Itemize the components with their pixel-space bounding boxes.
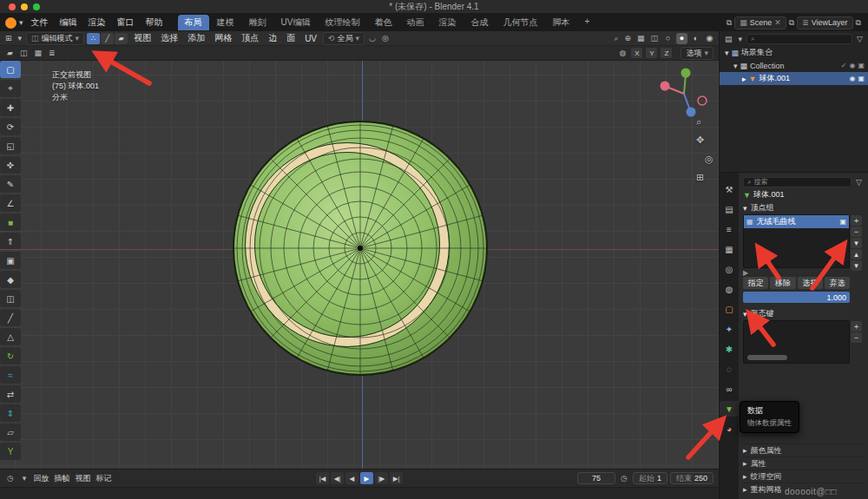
menu-view[interactable]: 视图 [130,32,155,44]
show-gizmo-icon[interactable]: ⊕ [622,34,633,43]
timeline-editor-icon[interactable]: ◷ [5,474,16,483]
editor-type-caret-icon[interactable]: ▾ [16,34,24,43]
outliner-filter-icon[interactable]: ▽ [855,35,865,43]
menu-help[interactable]: 帮助 [141,16,168,30]
select-button[interactable]: 选择 [798,277,823,289]
disable-render-icon[interactable]: ▣ [858,75,865,82]
list-expand-icon[interactable]: ▶ [743,269,748,277]
tab-compositing[interactable]: 合成 [464,15,495,30]
remove-vertex-group-button[interactable]: − [851,227,862,237]
menu-uv[interactable]: UV [301,34,320,43]
tab-material[interactable]: ◕ [720,421,738,437]
new-view-layer-icon[interactable]: ⧉ [854,18,863,28]
mirror-icon[interactable]: ▦ [32,49,43,57]
options-dropdown[interactable]: 选项 ▾ [681,47,713,60]
viewport-search-icon[interactable]: ⌕ [612,34,620,43]
proportional-edit-icon[interactable]: ◎ [380,34,391,43]
move-group-down-button[interactable]: ▾ [851,260,862,271]
tab-geometry-nodes[interactable]: 几何节点 [496,15,544,30]
tab-uv-editing[interactable]: UV编辑 [274,15,318,30]
show-overlays-icon[interactable]: ▦ [635,34,647,43]
outliner-row-collection[interactable]: ▾ ▦ Collection ✓ ◉ ▣ [720,59,868,72]
remove-button[interactable]: 移除 [770,277,795,289]
vertex-group-specials-button[interactable]: ▾ [851,238,862,248]
section-texture-space[interactable]: ▸ 纹理空间 [743,469,864,483]
gizmo-z-axis[interactable] [687,108,696,117]
outliner-row-scene-collection[interactable]: ▾ ▦ 场景集合 [720,46,868,59]
view-layer-selector[interactable]: ≣ ViewLayer [797,16,852,30]
disable-render-icon[interactable]: ▣ [858,62,865,69]
vertex-groups-section-header[interactable]: ▾ 顶点组 [743,201,864,214]
remove-shape-key-button[interactable]: − [851,332,862,343]
tab-physics[interactable]: ◌ [720,361,738,377]
scene-browse-icon[interactable]: ⧉ [725,18,733,28]
shading-solid-button[interactable]: ● [676,33,687,44]
vertex-select-button[interactable]: ∴ [87,33,100,44]
gizmo-x-axis[interactable] [661,82,670,91]
mirror-z-button[interactable]: Z [661,48,672,58]
tab-object-data[interactable]: ▼ [720,401,739,417]
tab-scene[interactable]: ◎ [720,261,738,277]
zoom-view-icon[interactable]: ⌕ [696,116,701,128]
tab-sculpting[interactable]: 雕刻 [242,15,273,30]
tab-tool[interactable]: ⚒ [720,181,738,197]
snap-magnet-icon[interactable]: ◡ [367,34,378,43]
edge-select-button[interactable]: ╱ [101,33,114,44]
properties-search-input[interactable]: ⌕ 搜索 [743,177,852,187]
snap-settings-icon[interactable]: ≣ [47,49,57,57]
hide-viewport-icon[interactable]: ◉ [849,75,855,82]
next-keyframe-button[interactable]: |▶ [375,472,388,484]
outliner-search-input[interactable]: ⌕ [746,34,852,44]
navigation-gizmo[interactable] [661,69,707,117]
scene-selector[interactable]: ▦ Scene ✕ [734,16,786,30]
app-menu-caret-icon[interactable]: ▾ [17,18,25,27]
move-group-up-button[interactable]: ▴ [851,249,862,259]
shading-rendered-button[interactable]: ◉ [704,33,715,44]
menu-marker[interactable]: 标记 [95,473,111,484]
assign-button[interactable]: 指定 [743,277,768,289]
tab-modifiers[interactable]: ✦ [720,321,738,337]
active-tool-icon[interactable]: ▰ [5,49,15,57]
add-workspace-button[interactable]: + [577,15,596,30]
tab-animation[interactable]: 动画 [399,15,431,30]
scene-unlink-icon[interactable]: ✕ [774,18,781,27]
properties-filter-icon[interactable]: ▽ [854,178,864,187]
toggle-xray-icon[interactable]: ◫ [648,34,660,43]
timeline-editor-caret-icon[interactable]: ▾ [21,474,29,483]
gizmo-y-axis[interactable] [681,69,691,78]
section-attributes[interactable]: ▸ 属性 [743,456,864,469]
menu-render[interactable]: 渲染 [83,16,111,30]
menu-keying[interactable]: 插帧 [54,473,69,484]
menu-edit[interactable]: 编辑 [55,16,82,30]
tab-view-layer[interactable]: ▦ [720,241,738,257]
toggle-perspective-icon[interactable]: ⊞ [696,172,704,183]
transform-orientation-dropdown[interactable]: ⟲ 全局 ▾ [323,32,365,45]
mesh-pole-vertex[interactable] [358,246,363,251]
menu-playback[interactable]: 回放 [33,473,49,484]
tab-object[interactable]: ▢ [720,301,738,317]
face-select-button[interactable]: ▰ [115,33,128,44]
frame-start-field[interactable]: 起始 1 [633,472,667,484]
current-frame-field[interactable]: 75 [577,472,615,484]
mirror-y-button[interactable]: Y [646,48,657,58]
menu-view-timeline[interactable]: 视图 [75,473,90,484]
vertex-group-item[interactable]: ▦ 无绒毛曲线 ▣ [744,215,849,228]
tab-rendering[interactable]: 渲染 [431,15,463,30]
paint-mask-icon[interactable]: ◫ [18,49,30,57]
expand-caret-icon[interactable]: ▾ [725,49,729,57]
menu-edge[interactable]: 边 [265,32,280,44]
blender-logo-icon[interactable] [5,17,16,29]
expand-caret-icon[interactable]: ▾ [733,62,738,70]
menu-window[interactable]: 窗口 [112,16,140,30]
outliner-editor-icon[interactable]: ▤ [723,35,734,43]
close-window-button[interactable] [9,3,16,10]
tennis-ball-mesh[interactable] [0,61,719,469]
collection-checkbox-icon[interactable]: ✓ [841,62,847,69]
section-color-attributes[interactable]: ▸ 颜色属性 [743,443,864,456]
tab-particles[interactable]: ✱ [720,341,738,357]
menu-select[interactable]: 选择 [157,32,181,44]
tab-constraints[interactable]: ∞ [720,381,738,397]
expand-caret-icon[interactable]: ▸ [742,75,746,83]
tab-scripting[interactable]: 脚本 [545,15,576,30]
minimize-window-button[interactable] [21,3,28,10]
